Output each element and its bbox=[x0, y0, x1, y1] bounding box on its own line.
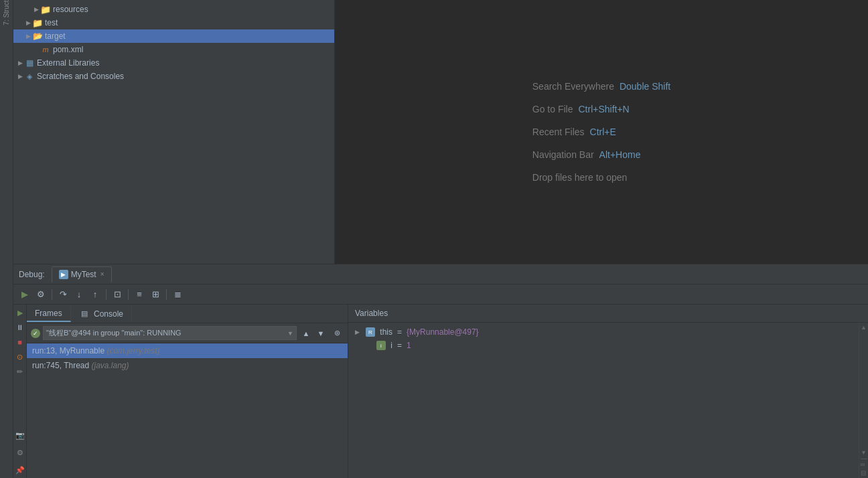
side-pause-btn[interactable]: ⏸ bbox=[15, 322, 25, 333]
hint-goto-file: Go to File Ctrl+Shift+N bbox=[532, 104, 670, 114]
tree-item-test[interactable]: ▶ 📁 test bbox=[13, 16, 334, 29]
tree-label-pom: pom.xml bbox=[53, 45, 83, 54]
side-gear-btn[interactable]: ⚙ bbox=[15, 447, 25, 458]
var-expand-this: ▶ bbox=[355, 329, 363, 335]
debug-tab-icon: ▶ bbox=[59, 270, 68, 279]
tree-item-scratches[interactable]: ▶ ◈ Scratches and Consoles bbox=[13, 70, 334, 83]
debug-more-btn[interactable]: ≣ bbox=[170, 287, 185, 302]
folder-icon-resources: 📁 bbox=[40, 4, 51, 15]
tree-item-ext-libs[interactable]: ▶ ▦ External Libraries bbox=[13, 56, 334, 70]
debug-tab-close[interactable]: × bbox=[100, 270, 104, 278]
debug-step-into-btn[interactable]: ↓ bbox=[72, 287, 86, 302]
debug-step-over-btn[interactable]: ↷ bbox=[56, 287, 70, 302]
tree-label-target: target bbox=[45, 31, 66, 41]
frames-tab[interactable]: Frames bbox=[27, 306, 71, 322]
var-name-i: i bbox=[388, 341, 392, 350]
thread-nav-buttons: ▲ ▼ bbox=[299, 327, 328, 340]
scroll-down-btn[interactable]: ▼ bbox=[861, 449, 867, 456]
frame-text-0: run:13, MyRunnable bbox=[32, 346, 106, 355]
debug-step-out-btn[interactable]: ↑ bbox=[88, 287, 102, 302]
var-equals-this: = bbox=[397, 327, 402, 337]
tree-label-resources: resources bbox=[53, 5, 88, 14]
hint-label-recent: Recent Files bbox=[532, 127, 585, 137]
scroll-bottom-controls: ∞ ⊟ bbox=[861, 459, 867, 477]
debug-tab-mytest[interactable]: ▶ MyTest × bbox=[52, 266, 112, 283]
console-tab[interactable]: ▤ Console bbox=[71, 306, 132, 322]
scroll-extra-btn[interactable]: ⊟ bbox=[861, 469, 867, 477]
thread-up-btn[interactable]: ▲ bbox=[299, 327, 313, 340]
toolbar-sep-1 bbox=[52, 289, 52, 300]
hint-search-everywhere: Search Everywhere Double Shift bbox=[532, 81, 670, 92]
scroll-up-btn[interactable]: ▲ bbox=[861, 324, 867, 331]
tree-label-test: test bbox=[45, 18, 58, 27]
side-resume-btn[interactable]: ▶ bbox=[15, 307, 25, 318]
expand-arrow-resources: ▶ bbox=[32, 6, 40, 13]
hint-label-search: Search Everywhere bbox=[532, 81, 614, 92]
debug-evaluate-btn[interactable]: ⊡ bbox=[110, 287, 125, 302]
tree-item-resources[interactable]: ▶ 📁 resources bbox=[13, 3, 334, 16]
debug-tab-bar: Debug: ▶ MyTest × bbox=[13, 264, 868, 285]
scroll-lock-btn[interactable]: ∞ bbox=[861, 461, 867, 468]
frame-item-0[interactable]: run:13, MyRunnable (com.jerry.test) bbox=[27, 343, 348, 358]
debug-sub-tabs: Frames ▤ Console bbox=[27, 305, 348, 323]
frame-text-1: run:745, Thread bbox=[32, 361, 92, 370]
tree-item-target[interactable]: ▶ 📂 target bbox=[13, 29, 334, 43]
debug-resume-btn[interactable]: ▶ bbox=[17, 287, 32, 302]
debug-right-panel: Variables ▶ R this = {MyRunnable@497} bbox=[348, 305, 868, 478]
console-icon: ▤ bbox=[79, 309, 90, 319]
structure-tab[interactable]: 7: Structure bbox=[1, 3, 12, 13]
console-tab-label: Console bbox=[94, 309, 123, 318]
scratches-icon: ◈ bbox=[24, 71, 35, 82]
debug-settings-btn[interactable]: ⚙ bbox=[33, 287, 48, 302]
expand-arrow-test: ▶ bbox=[24, 19, 32, 26]
ext-lib-icon: ▦ bbox=[24, 58, 35, 68]
debug-memory-btn[interactable]: ⊞ bbox=[148, 287, 163, 302]
folder-icon-target: 📂 bbox=[32, 31, 43, 42]
tree-item-pom[interactable]: ▶ m pom.xml bbox=[13, 43, 334, 56]
var-equals-i: = bbox=[397, 341, 402, 350]
toolbar-sep-4 bbox=[166, 289, 167, 300]
thread-name: "线程B"@494 in group "main": RUNNING bbox=[46, 328, 182, 338]
toolbar-sep-2 bbox=[106, 289, 106, 300]
debug-tab-name: MyTest bbox=[71, 270, 96, 279]
variables-list: ▶ R this = {MyRunnable@497} ▶ i i = bbox=[348, 323, 859, 478]
editor-area: Search Everywhere Double Shift Go to Fil… bbox=[335, 0, 868, 264]
variables-header: Variables bbox=[348, 305, 868, 323]
frame-package-0: (com.jerry.test) bbox=[106, 346, 159, 355]
var-value-this: {MyRunnable@497} bbox=[407, 327, 479, 337]
side-coverage-btn[interactable]: ⊙ bbox=[15, 351, 25, 362]
side-camera-btn[interactable]: 📷 bbox=[15, 430, 25, 441]
debug-side-icons: ▶ ⏸ ■ ⊙ ✏ 📷 ⚙ 📌 bbox=[13, 305, 27, 478]
thread-selector: ✓ "线程B"@494 in group "main": RUNNING ▼ ▲… bbox=[27, 323, 348, 343]
var-item-this[interactable]: ▶ R this = {MyRunnable@497} bbox=[351, 325, 856, 339]
variables-label: Variables bbox=[355, 309, 388, 318]
side-pin-btn[interactable]: 📌 bbox=[15, 465, 25, 475]
file-tree: ▶ 📁 resources ▶ 📁 test ▶ 📂 target ▶ m po… bbox=[13, 0, 335, 264]
var-value-i: 1 bbox=[407, 341, 411, 350]
expand-arrow-scratches: ▶ bbox=[16, 73, 24, 80]
var-item-i[interactable]: ▶ i i = 1 bbox=[351, 339, 856, 352]
side-settings-btn[interactable]: ✏ bbox=[15, 366, 25, 377]
xml-icon-pom: m bbox=[40, 44, 51, 55]
thread-down-btn[interactable]: ▼ bbox=[314, 327, 328, 340]
frame-item-1[interactable]: run:745, Thread (java.lang) bbox=[27, 358, 348, 373]
var-type-icon-this: R bbox=[366, 327, 375, 337]
hint-label-goto: Go to File bbox=[532, 104, 573, 114]
debug-left-panel: Frames ▤ Console ✓ "线程B"@494 in group "m… bbox=[27, 305, 348, 478]
expand-arrow-target: ▶ bbox=[24, 33, 32, 39]
var-name-this: this bbox=[378, 327, 392, 337]
frame-package-1: (java.lang) bbox=[92, 361, 129, 370]
main-area: ▶ 📁 resources ▶ 📁 test ▶ 📂 target ▶ m po… bbox=[13, 0, 868, 478]
side-stop-btn[interactable]: ■ bbox=[15, 337, 25, 347]
top-split: ▶ 📁 resources ▶ 📁 test ▶ 📂 target ▶ m po… bbox=[13, 0, 868, 264]
hint-drop-files: Drop files here to open bbox=[532, 172, 670, 183]
hint-label-nav: Navigation Bar bbox=[532, 149, 594, 160]
debug-threads-btn[interactable]: ≡ bbox=[132, 287, 147, 302]
thread-filter-btn[interactable]: ⊛ bbox=[330, 327, 344, 340]
folder-icon-test: 📁 bbox=[32, 17, 43, 28]
frames-list: run:13, MyRunnable (com.jerry.test) run:… bbox=[27, 343, 348, 478]
hint-recent-files: Recent Files Ctrl+E bbox=[532, 127, 670, 137]
thread-dropdown[interactable]: "线程B"@494 in group "main": RUNNING ▼ bbox=[43, 326, 297, 340]
expand-arrow-ext: ▶ bbox=[16, 60, 24, 66]
left-toolbar: 7: Structure bbox=[0, 0, 13, 478]
